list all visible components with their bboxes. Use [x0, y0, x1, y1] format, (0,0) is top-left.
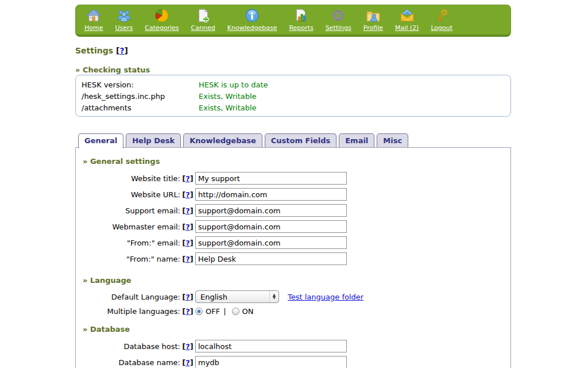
webmaster-email-input[interactable] — [195, 220, 347, 233]
help-link[interactable]: ? — [119, 46, 124, 55]
field-help: [?] — [180, 358, 195, 367]
nav-label: Profile — [363, 24, 383, 32]
radio-on-label: ON — [242, 307, 254, 316]
tab-general[interactable]: General — [78, 133, 123, 148]
multiple-languages-off-radio[interactable] — [195, 308, 203, 315]
field-help: [?] — [180, 342, 195, 351]
field-label: Database host: — [76, 342, 180, 351]
form-row-website-url: Website URL: [?] — [76, 186, 510, 202]
field-help: [?] — [180, 190, 195, 199]
help-link[interactable]: ? — [185, 293, 190, 301]
database-name-input[interactable] — [195, 356, 347, 368]
help-link[interactable]: ? — [185, 239, 190, 247]
help-link[interactable]: ? — [185, 255, 190, 263]
form-row-website-title: Website title: [?] — [76, 170, 510, 186]
nav-label: Logout — [431, 24, 452, 32]
canned-icon — [196, 8, 211, 23]
database-host-input[interactable] — [195, 340, 347, 352]
from-email-input[interactable] — [195, 236, 347, 249]
language-heading: » Language — [83, 276, 510, 286]
form-row-database-host: Database host: [?] — [76, 338, 510, 354]
top-navbar: Home Users Categories — [75, 5, 511, 37]
help-link[interactable]: ? — [185, 342, 190, 351]
help-link[interactable]: ? — [185, 190, 190, 199]
database-heading: » Database — [83, 325, 510, 335]
knowledgebase-icon — [245, 8, 260, 23]
support-email-input[interactable] — [195, 204, 347, 217]
settings-tabs: General Help Desk Knowledgebase Custom F… — [78, 133, 408, 148]
help-link[interactable]: ? — [185, 223, 190, 231]
profile-icon — [366, 8, 381, 23]
help-link[interactable]: ? — [185, 174, 190, 183]
nav-item-categories[interactable]: Categories — [145, 8, 179, 32]
field-help: [?] — [180, 174, 195, 183]
website-url-input[interactable] — [195, 188, 347, 201]
users-icon — [117, 8, 131, 23]
help-link[interactable]: ? — [185, 358, 190, 367]
nav-item-knowledgebase[interactable]: Knowledgebase — [227, 8, 277, 32]
nav-item-users[interactable]: Users — [115, 8, 133, 32]
field-label: "From:" name: — [76, 255, 180, 263]
field-help: [?] — [180, 307, 195, 316]
radio-off-label: OFF — [206, 307, 220, 316]
tab-email[interactable]: Email — [339, 133, 374, 147]
tab-custom-fields[interactable]: Custom Fields — [265, 133, 336, 147]
tab-knowledgebase[interactable]: Knowledgebase — [183, 133, 262, 147]
from-name-input[interactable] — [195, 252, 347, 265]
status-value: Exists, Writable — [199, 91, 257, 102]
website-title-input[interactable] — [195, 172, 347, 185]
nav-item-profile[interactable]: Profile — [363, 8, 383, 32]
field-help: [?] — [180, 223, 195, 231]
field-help: [?] — [180, 206, 195, 215]
field-label: "From:" email: — [76, 239, 180, 247]
multiple-languages-on-radio[interactable] — [232, 308, 239, 315]
status-row: /hesk_settings.inc.php Exists, Writable — [82, 91, 505, 102]
tab-misc[interactable]: Misc — [377, 133, 408, 147]
settings-page: Home Users Categories — [0, 0, 588, 368]
gear-icon — [331, 8, 346, 23]
form-row-multiple-languages: Multiple languages: [?] OFF | ON — [76, 304, 510, 318]
form-row-database-name: Database name: [?] — [76, 354, 510, 368]
nav-item-home[interactable]: Home — [84, 8, 103, 32]
home-icon — [86, 8, 101, 23]
nav-item-canned[interactable]: Canned — [191, 8, 215, 32]
status-row: HESK version: HESK is up to date — [82, 79, 505, 91]
status-label: HESK version: — [82, 79, 199, 91]
nav-label: Categories — [145, 24, 179, 32]
nav-label: Mail (2) — [395, 24, 419, 32]
help-link[interactable]: ? — [185, 307, 190, 316]
tab-help-desk[interactable]: Help Desk — [126, 133, 181, 147]
field-label: Default Language: — [76, 293, 180, 301]
nav-item-mail[interactable]: Mail (2) — [395, 8, 419, 32]
nav-item-reports[interactable]: Reports — [289, 8, 313, 32]
field-help: [?] — [180, 255, 195, 263]
nav-item-logout[interactable]: Logout — [431, 8, 452, 32]
select-arrows-icon: ▲▼ — [269, 291, 278, 302]
nav-label: Home — [84, 24, 103, 32]
help-link[interactable]: ? — [185, 206, 190, 215]
status-value: Exists, Writable — [199, 102, 257, 114]
logout-key-icon — [434, 8, 449, 23]
checking-status-heading: » Checking status — [75, 66, 150, 74]
selected-language: English — [196, 293, 269, 301]
field-help: [?] — [180, 239, 195, 247]
nav-label: Reports — [289, 24, 313, 32]
mail-icon — [400, 8, 415, 23]
status-label: /hesk_settings.inc.php — [82, 91, 199, 102]
default-language-select[interactable]: English ▲▼ — [195, 290, 279, 303]
categories-pie-icon — [154, 8, 169, 23]
test-language-folder-link[interactable]: Test language folder — [288, 293, 363, 301]
nav-item-settings[interactable]: Settings — [326, 8, 351, 32]
nav-label: Canned — [191, 24, 215, 32]
radio-separator: | — [223, 307, 226, 316]
field-label: Website URL: — [76, 190, 180, 199]
status-value: HESK is up to date — [199, 79, 268, 91]
form-row-default-language: Default Language: [?] English ▲▼ Test la… — [76, 289, 510, 304]
field-label: Support email: — [76, 206, 180, 215]
reports-icon — [294, 8, 309, 23]
field-help: [?] — [180, 293, 195, 301]
field-label: Website title: — [76, 174, 180, 183]
form-row-from-name: "From:" name: [?] — [76, 251, 510, 267]
page-title-text: Settings — [75, 46, 113, 55]
field-label: Multiple languages: — [76, 307, 180, 316]
